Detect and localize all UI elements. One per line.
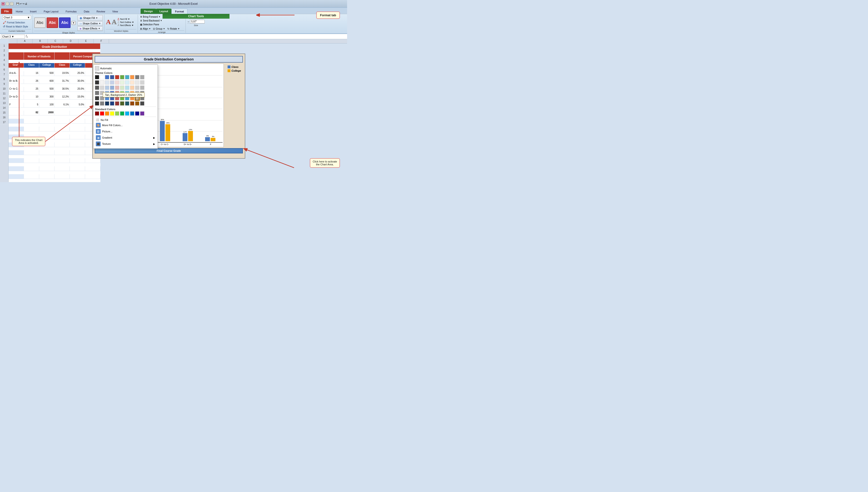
r17-a[interactable]: [8, 174, 24, 179]
align-button[interactable]: ⊞ Align ▼: [139, 27, 151, 30]
shade-29[interactable]: [135, 85, 139, 90]
shade-15[interactable]: [115, 80, 119, 84]
abc-box-1[interactable]: Abc: [34, 18, 46, 28]
r16-c[interactable]: [39, 166, 54, 171]
r9-e[interactable]: [70, 110, 85, 116]
close-button[interactable]: ✕: [1, 2, 5, 5]
std-darkblue[interactable]: [135, 112, 139, 116]
std-purple[interactable]: [140, 112, 144, 116]
r11-c[interactable]: [39, 127, 54, 131]
shade-110[interactable]: [140, 80, 144, 84]
r8-college-pct[interactable]: 5.0%: [70, 103, 85, 107]
r6-class-pct[interactable]: 30.5%: [54, 87, 70, 92]
r4-class-pct[interactable]: 19.5%: [54, 71, 70, 76]
bring-forward-button[interactable]: ⬆ Bring Forward ▼: [139, 15, 161, 18]
r14-e[interactable]: [70, 150, 85, 155]
r8-class-num[interactable]: 5: [24, 103, 39, 107]
shade-510[interactable]: [140, 101, 144, 106]
r7-college-num[interactable]: 300: [39, 95, 54, 100]
standard-colors-grid[interactable]: [95, 112, 156, 116]
r7-college-pct[interactable]: 15.0%: [70, 95, 85, 100]
abc-box-3[interactable]: Abc: [59, 18, 71, 28]
swatch-blue2[interactable]: [110, 75, 114, 79]
r7-class-pct[interactable]: 12.2%: [54, 95, 70, 100]
r15-a[interactable]: [8, 158, 24, 163]
r9-total-college[interactable]: 2000: [39, 110, 54, 116]
format-selection-button[interactable]: 🖍 Format Selection: [2, 20, 31, 25]
maximize-button[interactable]: □: [10, 2, 14, 5]
std-red[interactable]: [100, 112, 104, 116]
r17-f[interactable]: [85, 174, 100, 179]
shade-26[interactable]: [120, 85, 124, 90]
swatch-black[interactable]: [95, 75, 99, 79]
std-green[interactable]: [120, 112, 124, 116]
r9-a[interactable]: [8, 110, 24, 116]
r2-d[interactable]: [54, 52, 70, 60]
std-orange[interactable]: [105, 112, 109, 116]
shade-53[interactable]: [105, 101, 109, 106]
chart-area-dropdown[interactable]: Chart 3 ▼: [2, 15, 31, 20]
shade-52[interactable]: [100, 101, 104, 106]
r10-e[interactable]: [70, 119, 85, 124]
send-backward-button[interactable]: ⬇ Send Backward ▼: [139, 19, 163, 22]
theme-shades-row5[interactable]: [95, 101, 156, 106]
swatch-blue1[interactable]: [105, 75, 109, 79]
r14-d[interactable]: [54, 150, 70, 155]
r15-e[interactable]: [70, 158, 85, 163]
shade-23[interactable]: [105, 85, 109, 90]
r17-e[interactable]: [70, 174, 85, 179]
r10-c[interactable]: [39, 119, 54, 124]
r11-e[interactable]: [70, 127, 85, 131]
r10-b[interactable]: [24, 119, 39, 124]
r16-e[interactable]: [70, 166, 85, 171]
swatch-green[interactable]: [120, 75, 124, 79]
r13-e[interactable]: [70, 142, 85, 147]
theme-shades-row2[interactable]: [95, 85, 156, 90]
gradient-item[interactable]: ▦ Gradient ▶: [95, 134, 156, 141]
r17-b[interactable]: [24, 174, 39, 179]
name-box[interactable]: Chart 3 ▼: [1, 35, 25, 39]
shape-fill-dropdown-arrow[interactable]: ▼: [96, 17, 98, 19]
tab-page-layout[interactable]: Page Layout: [40, 8, 62, 14]
wordart-a-outline[interactable]: A: [112, 18, 116, 26]
more-fill-colors-item[interactable]: 🎨 More Fill Colors...: [95, 122, 156, 128]
r8-grade[interactable]: F: [8, 103, 24, 107]
r7-grade[interactable]: D+ to D-: [8, 95, 24, 100]
tab-file[interactable]: File: [1, 8, 12, 14]
shade-21[interactable]: [95, 85, 99, 90]
more-shape-styles-button[interactable]: ▼: [71, 21, 76, 25]
tab-home[interactable]: Home: [12, 8, 26, 14]
text-outline-button[interactable]: A Text Outline ▼: [118, 21, 134, 23]
r4-grade[interactable]: A to A-: [8, 71, 24, 76]
r10-a[interactable]: [8, 119, 24, 124]
shape-effects-arrow[interactable]: ▼: [98, 27, 100, 30]
r4-college-pct[interactable]: 25.0%: [70, 71, 85, 76]
r16-a[interactable]: [8, 166, 24, 171]
r14-b[interactable]: [24, 150, 39, 155]
selection-pane-button[interactable]: ▦ Selection Pane: [139, 23, 160, 26]
r12-e[interactable]: [70, 134, 85, 139]
std-blue[interactable]: [130, 112, 134, 116]
text-fill-button[interactable]: A Text Fill ▼: [118, 18, 134, 20]
shade-27[interactable]: [125, 85, 129, 90]
swatch-gray1[interactable]: [135, 75, 139, 79]
text-effects-button[interactable]: A Text Effects ▼: [118, 24, 134, 26]
shade-58[interactable]: [130, 101, 134, 106]
tab-layout[interactable]: Layout: [156, 8, 171, 14]
tab-design[interactable]: Design: [141, 8, 156, 14]
shape-outline-button[interactable]: ▭ Shape Outline ▼: [77, 21, 103, 26]
tab-view[interactable]: View: [109, 8, 122, 14]
shade-210[interactable]: [140, 85, 144, 90]
swatch-orange[interactable]: [130, 75, 134, 79]
r15-b[interactable]: [24, 158, 39, 163]
std-yellow[interactable]: [110, 112, 114, 116]
r6-college-num[interactable]: 500: [39, 87, 54, 92]
shade-16[interactable]: [120, 80, 124, 84]
r17-d[interactable]: [54, 174, 70, 179]
r11-d[interactable]: [54, 127, 70, 131]
r8-college-num[interactable]: 100: [39, 103, 54, 107]
shade-19[interactable]: [135, 80, 139, 84]
r8-class-pct[interactable]: 6.1%: [54, 103, 70, 107]
shade-25[interactable]: [115, 85, 119, 90]
abc-box-2[interactable]: Abc: [47, 18, 58, 28]
